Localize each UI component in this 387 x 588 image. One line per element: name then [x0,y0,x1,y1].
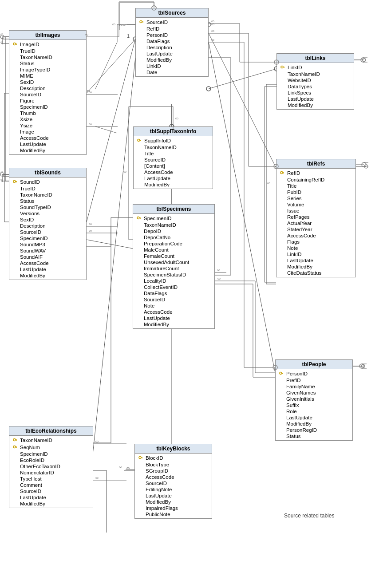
field-TypeHost: TypeHost [9,476,93,482]
field-label: LastUpdate [286,415,312,420]
field-NomenclatorID: NomenclatorID [9,470,93,476]
field-label: Status [20,198,35,204]
field-DataFlags: DataFlags [133,290,214,296]
svg-text:∞: ∞ [119,465,122,470]
svg-line-0 [87,39,135,93]
field-SexID: SexID [9,79,86,85]
svg-line-7 [209,33,276,168]
field-LinkSpecs: LinkSpecs [277,90,354,96]
field-label: EcoRoleID [20,458,44,463]
field-label: TaxonNameID [20,438,52,443]
field-label: CollectEventID [144,284,178,290]
field-label: Title [287,183,296,189]
svg-text:∞: ∞ [123,169,126,174]
field-label: GivenNames [286,390,316,395]
field-label: ImageID [20,42,39,47]
field-label: AccessCode [146,474,174,480]
field-Note: Note [133,303,214,309]
field-LinkID: LinkID [277,64,354,71]
table-header-tblLinks: tblLinks [277,54,354,63]
field-Note: Note [276,245,355,251]
field-FemaleCount: FemaleCount [133,253,214,259]
field-label: LastUpdate [146,493,172,498]
diagram-container: ∞ 1 [0,0,387,588]
table-tblPeople: tblPeople PersonID PrefID FamilyName Giv… [275,359,353,441]
field-SeqNum: SeqNum [9,444,93,451]
field-label: LastUpdate [20,267,46,272]
table-body-tblKeyBlocks: BlockID BlockType SGroupID AccessCode So… [135,454,212,518]
field-label: Ysize [20,123,32,128]
field-ModifiedBy: ModifiedBy [136,57,208,63]
field-ModifiedBy: ModifiedBy [133,321,214,328]
field-Status: Status [276,433,352,439]
field-label: WebsiteID [288,78,311,83]
field-MIME: MIME [9,73,86,79]
field-SourceID: SourceID [135,480,212,486]
field-Versions: Versions [9,210,86,217]
field-ModifiedBy: ModifiedBy [135,499,212,505]
table-header-tblPeople: tblPeople [276,360,352,369]
field-PubID: PubID [276,189,355,195]
field-label: ImageTypeID [20,67,50,72]
field-label: SourceID [144,157,166,162]
svg-point-154 [362,162,366,167]
field-label: DataTypes [288,84,312,89]
field-label: SoundID [20,179,40,185]
field-label: SourceID [146,20,168,25]
field-label: SoundWAV [20,248,46,253]
field-Thumb: Thumb [9,110,86,116]
svg-point-5 [206,87,211,91]
svg-text:∞: ∞ [89,228,92,233]
field-label: SpecimenID [20,451,48,457]
field-label: Figure [20,98,35,103]
table-tblImages: tblImages ImageID TrueID TaxonNameID Sta… [9,30,87,155]
field-SourceID: SourceID [9,488,93,494]
field-label: SourceID [20,489,41,494]
field-LastUpdate: LastUpdate [9,141,86,147]
field-label: DepoCatNo [144,235,170,240]
field-Description: Description [9,85,86,91]
table-body-tblSupplTaxonInfo: SupplInfoID TaxonNameID Title SourceID [… [134,136,213,189]
field-TrueID: TrueID [9,185,86,192]
field-label: ModifiedBy [20,148,45,153]
table-header-tblSources: tblSources [136,8,208,18]
field-label: AccessCode [144,170,173,175]
field-label: LastUpdate [288,96,314,102]
svg-point-79 [280,372,282,375]
field-ModifiedBy: ModifiedBy [134,182,213,188]
field-ContainingRefID: ContainingRefID [276,177,355,183]
table-header-tblKeyBlocks: tblKeyBlocks [135,444,212,454]
field-label: ImmatureCount [144,266,179,271]
table-tblSources: tblSources SourceID RefID PersonID DataF… [135,8,209,77]
field-LastUpdate: LastUpdate [9,494,93,501]
svg-point-73 [13,181,16,183]
field-label: SpecimenID [144,216,172,221]
field-label: ModifiedBy [288,103,313,108]
field-Status: Status [9,60,86,67]
svg-text:∞: ∞ [87,88,91,93]
field-label: ModifiedBy [144,322,169,327]
field-label: SoundMP3 [20,242,45,247]
field-label: RefPages [287,214,310,220]
field-LinkID: LinkID [276,251,355,257]
field-label: Suffix [286,403,299,408]
table-header-tblSounds: tblSounds [9,168,86,178]
table-header-tblEcoRelationships: tblEcoRelationships [9,426,93,436]
field-Flags: Flags [276,239,355,245]
field-label: SupplInfoID [144,138,171,143]
field-label: PersonRegID [286,427,317,433]
field-label: GivenInitials [286,396,314,402]
svg-point-58 [140,21,142,23]
field-label: SexID [20,79,34,85]
field-label: TrueID [20,186,36,191]
field-label: Issue [287,208,300,213]
field-label: Image [20,129,34,134]
field-RefPages: RefPages [276,214,355,220]
field-SupplInfoID: SupplInfoID [134,137,213,144]
field-SourceID: SourceID [9,229,86,235]
field-label: AccessCode [20,135,49,141]
svg-text:∞: ∞ [211,37,214,42]
svg-text:∞: ∞ [126,466,130,470]
field-LastUpdate: LastUpdate [277,96,354,102]
field-label: SeqNum [20,445,40,450]
